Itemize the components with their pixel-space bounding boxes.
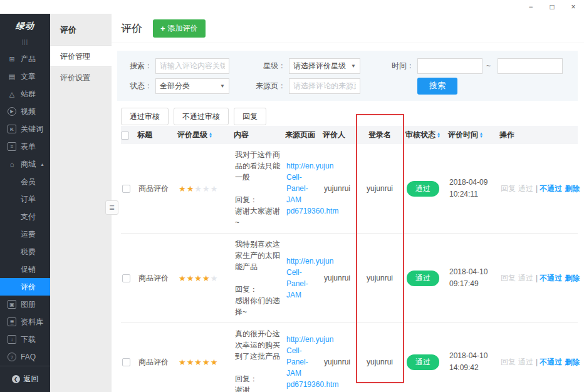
delete-link[interactable]: 删除	[565, 184, 580, 193]
sidebar-item-faq[interactable]: ? FAQ	[0, 348, 50, 366]
sidebar-back-button[interactable]: ❮ 返回	[0, 366, 50, 392]
sidebar-item-mall[interactable]: ⌂ 商城 ▲	[0, 155, 50, 173]
column-star-rating[interactable]: 评价星级▲▼	[177, 126, 234, 144]
add-review-button[interactable]: + 添加评价	[153, 19, 206, 38]
back-arrow-icon: ❮	[12, 375, 20, 383]
status-select[interactable]: 全部分类 ▼	[155, 78, 229, 94]
window-titlebar: − □ ×	[0, 0, 584, 14]
reply-selected-button[interactable]: 回复	[234, 108, 266, 125]
pass-link[interactable]: 通过	[518, 274, 533, 282]
sidebar-item-shipping[interactable]: 运费	[0, 225, 50, 243]
sidebar-item-label: FAQ	[21, 353, 36, 361]
review-title: 商品评价	[137, 234, 177, 323]
reply-link[interactable]: 回复	[501, 184, 516, 193]
mall-icon: ⌂	[8, 160, 16, 168]
select-all-checkbox[interactable]	[121, 132, 129, 140]
delete-link[interactable]: 删除	[565, 274, 580, 282]
fail-link[interactable]: 不通过	[540, 184, 562, 193]
sidebar-item-library[interactable]: ≣ 资料库	[0, 313, 50, 331]
keyword-icon: K	[8, 125, 16, 133]
sidebar-item-label: 文章	[21, 71, 36, 82]
fail-link[interactable]: 不通过	[540, 358, 562, 366]
page-title: 评价	[121, 21, 142, 36]
table-row: 商品评价 ★★★★★ 我特别喜欢这家生产的太阳能产品 回复： 感谢你们的选择~ …	[121, 234, 578, 323]
star-level-label: 星级：	[247, 61, 286, 71]
sidebar-item-payment[interactable]: 支付	[0, 208, 50, 225]
star-level-select[interactable]: 请选择评价星级 ▼	[289, 58, 360, 74]
sidebar-item-albums[interactable]: ▣ 图册	[0, 296, 50, 313]
column-content: 内容	[234, 126, 285, 144]
sort-icon: ▲▼	[209, 132, 212, 138]
maximize-button[interactable]: □	[541, 0, 563, 14]
form-icon: ≡	[8, 142, 16, 151]
review-date: 2018-04-10	[449, 266, 498, 278]
app-logo: 绿动	[0, 14, 50, 39]
review-date: 2018-04-09	[449, 177, 498, 188]
sort-icon: ▲▼	[437, 132, 441, 138]
column-review-time[interactable]: 评价时间▲▼	[448, 126, 499, 144]
sidebar-item-articles[interactable]: ▤ 文章	[0, 68, 50, 85]
time-from-input[interactable]	[417, 58, 482, 74]
pass-link[interactable]: 通过	[518, 358, 533, 366]
sidebar-item-label: 表单	[21, 142, 36, 152]
approve-selected-button[interactable]: 通过审核	[121, 108, 169, 125]
search-input[interactable]	[155, 58, 229, 74]
sidebar-item-video[interactable]: ▶ 视频	[0, 103, 50, 120]
faq-icon: ?	[8, 353, 16, 361]
status-label: 状态：	[125, 81, 152, 91]
review-time: 10:24:11	[449, 188, 498, 200]
table-row: 商品评价 ★★★★★ 我对于这件商品的看法只能一般 回复： 谢谢大家谢谢~ ht…	[121, 144, 578, 234]
sidebar-item-label: 商城	[21, 159, 36, 170]
submenu-title: 评价	[50, 14, 112, 45]
download-icon: ↓	[8, 335, 16, 344]
status-badge[interactable]: 通过	[407, 181, 439, 197]
sidebar-item-members[interactable]: 会员	[0, 173, 50, 190]
reply-link[interactable]: 回复	[501, 358, 516, 366]
sidebar-item-label: 产品	[21, 54, 36, 64]
submenu-item-review-settings[interactable]: 评价设置	[50, 66, 112, 88]
page-header: 评价 + 添加评价	[112, 14, 584, 43]
column-audit-status[interactable]: 审核状态▲▼	[405, 126, 448, 144]
submenu-item-review-management[interactable]: 评价管理	[50, 45, 112, 66]
caret-up-icon: ▲	[40, 162, 44, 167]
review-date: 2018-04-10	[449, 350, 498, 362]
album-icon: ▣	[8, 300, 16, 309]
status-badge[interactable]: 通过	[407, 354, 439, 370]
row-checkbox[interactable]	[122, 185, 130, 193]
minimize-button[interactable]: −	[520, 0, 541, 14]
sidebar-collapse-icon[interactable]: |||	[0, 39, 50, 50]
status-badge[interactable]: 通过	[407, 271, 439, 286]
login-name: yujunrui	[354, 144, 405, 234]
menu-handle-button[interactable]: ≣	[105, 200, 118, 215]
close-button[interactable]: ×	[563, 0, 584, 14]
pass-link[interactable]: 通过	[518, 184, 533, 193]
sidebar-item-forms[interactable]: ≡ 表单	[0, 138, 50, 155]
grid-icon: ⊞	[8, 54, 16, 63]
secondary-sidebar: 评价 评价管理 评价设置 ≣	[50, 14, 112, 392]
time-to-input[interactable]	[498, 58, 563, 74]
star-rating: ★★★★★	[179, 358, 218, 367]
column-reviewer: 评价人	[323, 126, 354, 144]
reply-link[interactable]: 回复	[501, 274, 516, 282]
row-checkbox[interactable]	[122, 358, 130, 366]
sidebar-item-reviews[interactable]: 评价	[0, 278, 50, 296]
source-page-input[interactable]	[289, 78, 360, 94]
sidebar-item-orders[interactable]: 订单	[0, 190, 50, 208]
reviewer-name: yujunrui	[323, 144, 354, 234]
column-source-page: 来源页面	[285, 126, 323, 144]
sidebar-item-label: 下载	[21, 334, 36, 345]
fail-link[interactable]: 不通过	[540, 274, 562, 282]
sidebar-item-label: 资料库	[21, 317, 43, 328]
sidebar-item-products[interactable]: ⊞ 产品	[0, 50, 50, 68]
sidebar-item-keywords[interactable]: K 关键词	[0, 120, 50, 138]
star-rating: ★★★★★	[179, 274, 218, 283]
sidebar-item-promotion[interactable]: 促销	[0, 260, 50, 278]
search-button[interactable]: 搜索	[417, 78, 457, 95]
sidebar-item-downloads[interactable]: ↓ 下载	[0, 331, 50, 348]
row-checkbox[interactable]	[122, 274, 130, 282]
delete-link[interactable]: 删除	[565, 358, 580, 366]
sidebar-item-tax[interactable]: 税费	[0, 243, 50, 260]
sidebar-item-sites[interactable]: △ 站群	[0, 85, 50, 103]
search-label: 搜索：	[125, 61, 152, 71]
reject-selected-button[interactable]: 不通过审核	[174, 108, 229, 125]
